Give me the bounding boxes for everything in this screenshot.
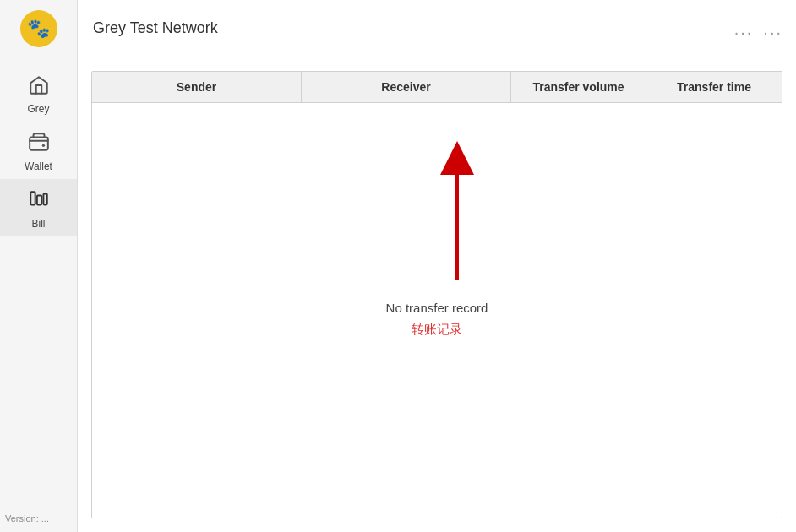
logo-icon: 🐾 bbox=[27, 18, 50, 40]
svg-rect-2 bbox=[30, 192, 35, 204]
svg-marker-6 bbox=[440, 141, 474, 175]
svg-rect-0 bbox=[30, 138, 48, 150]
column-sender: Sender bbox=[92, 72, 302, 102]
sidebar-label-wallet: Wallet bbox=[25, 160, 52, 172]
column-receiver: Receiver bbox=[302, 72, 511, 102]
dots-left[interactable]: ... bbox=[734, 20, 754, 37]
arrow-decoration bbox=[423, 137, 491, 289]
svg-point-1 bbox=[41, 144, 44, 147]
app-logo: 🐾 bbox=[20, 10, 57, 47]
svg-rect-4 bbox=[43, 193, 46, 204]
page-title: Grey Test Network bbox=[93, 19, 218, 37]
home-icon bbox=[28, 74, 50, 100]
table-header: Sender Receiver Transfer volume Transfer… bbox=[92, 72, 782, 103]
column-transfer-volume: Transfer volume bbox=[511, 72, 646, 102]
main-content: Grey Test Network ... ... Sender Receive… bbox=[78, 0, 796, 532]
empty-message-zh: 转账记录 bbox=[386, 322, 488, 338]
sidebar-item-wallet[interactable]: Wallet bbox=[0, 122, 77, 179]
bill-icon bbox=[28, 189, 50, 214]
dots-right[interactable]: ... bbox=[763, 20, 782, 37]
header: Grey Test Network ... ... bbox=[78, 0, 796, 57]
sidebar-item-bill[interactable]: Bill bbox=[0, 179, 77, 236]
svg-rect-3 bbox=[36, 196, 41, 205]
sidebar-item-grey[interactable]: Grey bbox=[0, 64, 77, 122]
empty-message-en: No transfer record bbox=[386, 301, 488, 315]
transfer-table: Sender Receiver Transfer volume Transfer… bbox=[91, 71, 782, 518]
content-area: Sender Receiver Transfer volume Transfer… bbox=[78, 57, 796, 532]
wallet-icon bbox=[28, 132, 50, 157]
table-body-empty: No transfer record 转账记录 bbox=[92, 103, 782, 518]
logo-container: 🐾 bbox=[0, 0, 78, 57]
sidebar: 🐾 Grey Wallet bbox=[0, 0, 78, 532]
column-transfer-time: Transfer time bbox=[646, 72, 782, 102]
version-label: Version: ... bbox=[0, 505, 77, 532]
sidebar-label-grey: Grey bbox=[27, 103, 49, 115]
sidebar-nav: Grey Wallet Bill bbox=[0, 64, 77, 236]
sidebar-label-bill: Bill bbox=[31, 218, 45, 230]
empty-state: No transfer record 转账记录 bbox=[386, 301, 488, 338]
header-actions: ... ... bbox=[734, 20, 782, 37]
